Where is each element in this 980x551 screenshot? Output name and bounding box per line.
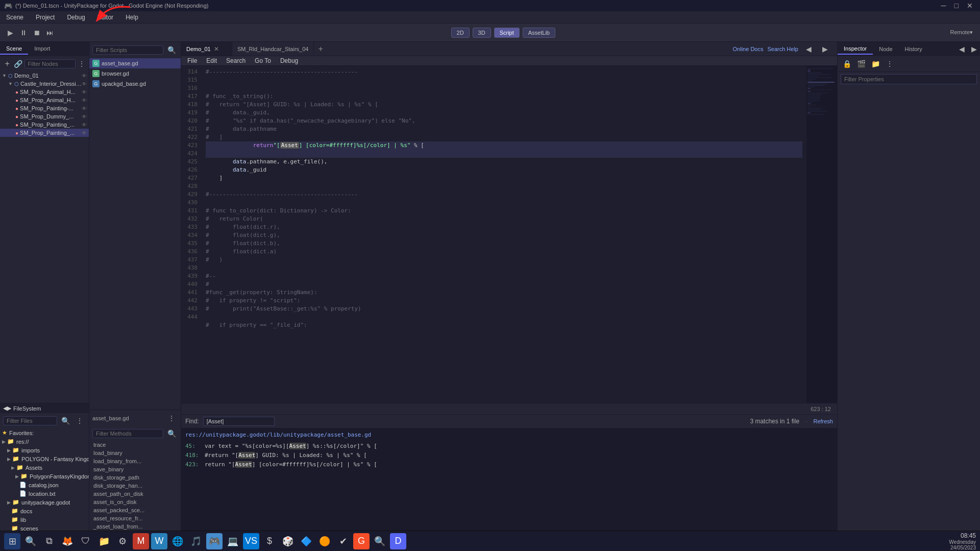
tree-item-prop4[interactable]: ● SM_Prop_Dummy_... 👁	[0, 112, 89, 121]
file-item-lib[interactable]: 📁lib	[0, 515, 89, 524]
inspector-prev-btn[interactable]: ◀	[955, 43, 968, 55]
menu-file-script[interactable]: File	[185, 57, 199, 64]
file-item-catalog[interactable]: 📄catalog.json	[0, 481, 89, 489]
add-node-btn[interactable]: +	[3, 58, 12, 70]
menu-scene[interactable]: Scene	[3, 13, 27, 22]
remote-scene-btn[interactable]: Remote▾	[950, 29, 973, 36]
methods-search-btn[interactable]: 🔍	[165, 427, 178, 440]
search-taskbar-btn[interactable]: 🔍	[22, 533, 39, 549]
unity-btn[interactable]: 🎲	[280, 533, 296, 549]
substance-btn[interactable]: 🟠	[316, 533, 333, 549]
link-node-btn[interactable]: 🔗	[14, 58, 22, 70]
start-btn[interactable]: ⊞	[4, 533, 20, 549]
assetlib-btn[interactable]: AssetLib	[523, 28, 555, 38]
discord-btn[interactable]: D	[390, 533, 406, 549]
tree-eye-prop3[interactable]: 👁	[82, 106, 87, 111]
menu-debug-script[interactable]: Debug	[278, 57, 300, 64]
editor-next-btn[interactable]: ▶	[819, 43, 831, 55]
pause-btn[interactable]: ⏸	[17, 27, 30, 39]
tab-node[interactable]: Node	[873, 44, 898, 54]
method-save-binary[interactable]: save_binary	[89, 465, 181, 473]
tab-inspector[interactable]: Inspector	[838, 43, 873, 55]
minimap[interactable]	[806, 66, 837, 403]
script-item-upackgd[interactable]: G upackgd_base.gd	[89, 79, 181, 89]
tree-eye-prop1[interactable]: 👁	[82, 89, 87, 95]
terminal-btn[interactable]: 💻	[225, 533, 241, 549]
editor-tab-demo01[interactable]: Demo_01 ✕	[181, 42, 232, 56]
tree-item-prop5[interactable]: ● SM_Prop_Painting_... 👁	[0, 121, 89, 129]
inspector-next-btn[interactable]: ▶	[968, 43, 980, 55]
folder-icon[interactable]: 📁	[869, 58, 881, 70]
file-item-res[interactable]: ▶📁res://	[0, 437, 89, 446]
blender-btn[interactable]: 🔷	[298, 533, 314, 549]
tree-item-castle[interactable]: ▼ ⬡ Castle_Interior_Dressing 👁	[0, 80, 89, 88]
menu-help[interactable]: Help	[122, 13, 141, 22]
file-item-polygonkingdom[interactable]: ▶📁PolygonFantasyKingdom...	[0, 472, 89, 481]
menu-search-script[interactable]: Search	[224, 57, 248, 64]
method-trace[interactable]: trace	[89, 441, 181, 449]
tree-eye-demo01[interactable]: 👁	[82, 73, 87, 79]
filter-files-input[interactable]	[3, 416, 57, 425]
method-asset-is-on-disk[interactable]: asset_is_on_disk	[89, 498, 181, 506]
filter-nodes-input[interactable]	[24, 59, 76, 68]
filesystem-expand-btn[interactable]: ◀▶	[3, 405, 11, 412]
script-item-asset-base[interactable]: G asset_base.gd	[89, 58, 181, 68]
method-asset-packed-sce[interactable]: asset_packed_sce...	[89, 506, 181, 514]
file-item-imports[interactable]: ▶📁imports	[0, 446, 89, 454]
filter-methods-input[interactable]	[92, 429, 163, 438]
file-item-docs[interactable]: 📁docs	[0, 507, 89, 515]
tree-item-prop1[interactable]: ● SM_Prop_Animal_H... 👁	[0, 88, 89, 96]
menu-edit-script[interactable]: Edit	[204, 57, 219, 64]
tab-demo01-close[interactable]: ✕	[214, 45, 219, 53]
powershell-btn[interactable]: $	[261, 533, 278, 549]
mode-3d-btn[interactable]: 3D	[473, 28, 491, 38]
editor-tab-rld[interactable]: SM_Rld_Handcar_Stairs_04	[232, 42, 314, 56]
tree-item-prop2[interactable]: ● SM_Prop_Animal_H... 👁	[0, 96, 89, 104]
tab-scene[interactable]: Scene	[0, 43, 28, 55]
script-item-browser[interactable]: G browser.gd	[89, 68, 181, 79]
tree-eye-prop5[interactable]: 👁	[82, 122, 87, 128]
code-content[interactable]: #---------------------------------------…	[202, 66, 806, 403]
method-asset-resource-fr[interactable]: asset_resource_fr...	[89, 514, 181, 522]
search-help-btn[interactable]: Search Help	[767, 46, 798, 52]
method-load-binary[interactable]: load_binary	[89, 449, 181, 457]
tree-eye-prop6[interactable]: 👁	[82, 130, 87, 136]
stop-btn[interactable]: ⏹	[31, 27, 43, 39]
check-btn[interactable]: ✔	[335, 533, 351, 549]
vscode-btn[interactable]: VS	[243, 533, 259, 549]
method-disk-storage-han[interactable]: disk_storage_han...	[89, 482, 181, 490]
git-btn[interactable]: G	[353, 533, 370, 549]
search-result-2[interactable]: 418: #return "[Asset] GUID: %s | Loaded:…	[185, 451, 833, 460]
play-btn[interactable]: ▶	[4, 27, 16, 39]
refresh-btn[interactable]: Refresh	[813, 418, 833, 424]
menu-project[interactable]: Project	[33, 13, 58, 22]
mode-2d-btn[interactable]: 2D	[451, 28, 470, 38]
shield-btn[interactable]: 🛡	[78, 533, 94, 549]
file-item-assets[interactable]: ▶📁Assets	[0, 463, 89, 472]
online-docs-btn[interactable]: Online Docs	[733, 46, 764, 52]
file-item-unitypackage[interactable]: ▶📁unitypackage.godot	[0, 498, 89, 507]
tab-history[interactable]: History	[899, 44, 928, 54]
find-input[interactable]	[203, 417, 275, 426]
minimize-btn[interactable]: ─	[938, 2, 949, 10]
menu-debug[interactable]: Debug	[64, 13, 88, 22]
maximize-btn[interactable]: □	[951, 2, 962, 10]
media-btn[interactable]: 🎵	[188, 533, 204, 549]
tree-item-demo01[interactable]: ▼ ⬡ Demo_01 👁	[0, 71, 89, 80]
tree-eye-prop2[interactable]: 👁	[82, 98, 87, 103]
close-btn[interactable]: ✕	[964, 2, 976, 10]
method-load-binary-from[interactable]: load_binary_from...	[89, 457, 181, 465]
tab-add-btn[interactable]: +	[314, 42, 327, 56]
methods-options-btn[interactable]: ⋮	[165, 412, 178, 424]
search-result-1[interactable]: 45: var text = "%s[color=%s][Asset] %s::…	[185, 442, 833, 451]
tree-item-prop6[interactable]: ● SM_Prop_Painting_... 👁	[0, 129, 89, 137]
tab-import[interactable]: Import	[28, 43, 56, 55]
script-btn[interactable]: Script	[494, 28, 520, 38]
word-btn[interactable]: W	[151, 533, 167, 549]
file-item-scenes[interactable]: 📁scenes	[0, 524, 89, 531]
spotify-btn[interactable]: 🔍	[372, 533, 388, 549]
file-options-btn[interactable]: ⋮	[74, 415, 86, 427]
step-btn[interactable]: ⏭	[44, 27, 56, 39]
godot-btn[interactable]: 🎮	[206, 533, 223, 549]
filter-properties-input[interactable]	[841, 74, 977, 84]
